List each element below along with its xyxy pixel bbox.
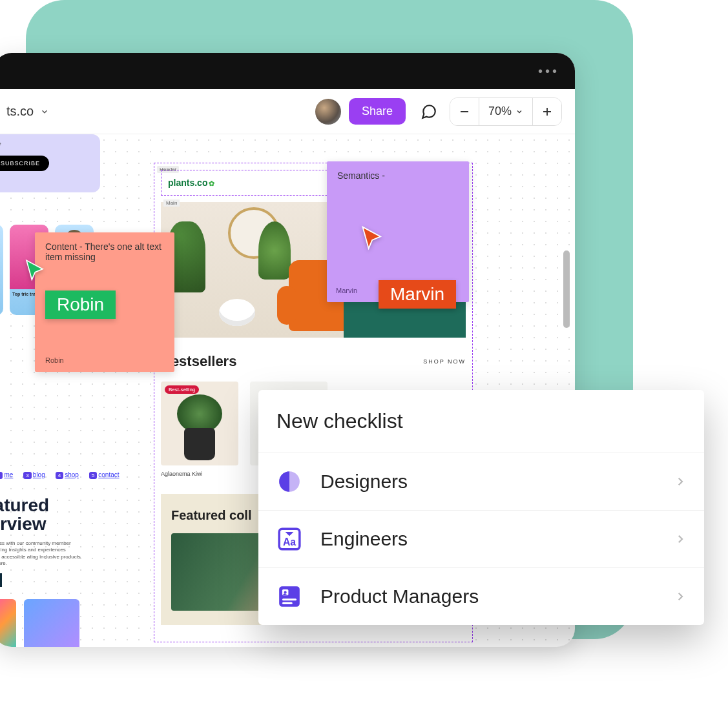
checklist-title: New checklist (258, 390, 704, 453)
product-tag: Best-selling (165, 385, 199, 394)
read-more-button[interactable]: ore (0, 573, 2, 587)
zoom-in-button[interactable] (533, 97, 561, 126)
checklist-item-product-managers[interactable]: Product Managers (258, 567, 704, 625)
share-button[interactable]: Share (349, 98, 406, 125)
note-text: Content - There's one alt text item miss… (45, 241, 164, 262)
chevron-right-icon (674, 476, 686, 487)
checklist-item-engineers[interactable]: Aa Engineers (258, 510, 704, 567)
speech-bubble-icon (421, 103, 437, 120)
checklist-item-label: Designers (320, 471, 656, 493)
page-title: ts.co (6, 104, 34, 119)
nav-pill[interactable]: 4shop (54, 470, 80, 480)
note-author: Robin (45, 356, 64, 364)
zoom-value: 70% (488, 105, 512, 118)
collaborator-cursor-robin (23, 258, 49, 287)
zoom-out-button[interactable] (450, 97, 479, 126)
gallery-image[interactable] (24, 599, 79, 647)
comment-button[interactable] (416, 99, 442, 125)
checklist-panel: New checklist Designers Aa Engineers Pro… (258, 390, 704, 625)
collaborator-cursor-marvin (359, 225, 388, 256)
svg-rect-6 (282, 598, 296, 600)
product-card[interactable]: Best-selling Aglaonema Kiwi (161, 382, 238, 477)
image-row (0, 599, 79, 647)
chevron-right-icon (674, 591, 686, 602)
frame-label-main: Main (163, 199, 180, 207)
zoom-control: 70% (450, 97, 562, 126)
nav-pill[interactable]: 5contact (88, 470, 121, 480)
breadcrumb[interactable]: ts.co (6, 104, 315, 119)
cursor-label-robin: Robin (45, 291, 116, 319)
nav-pill[interactable]: 3blog (22, 470, 46, 480)
svg-text:Aa: Aa (283, 536, 296, 547)
checklist-item-label: Product Managers (320, 586, 656, 607)
cursor-icon (23, 258, 49, 284)
interview-title: eaturedterview (0, 496, 81, 534)
checklist-item-designers[interactable]: Designers (258, 453, 704, 510)
card-thumbnail[interactable] (0, 225, 3, 315)
product-name: Aglaonema Kiwi (161, 471, 238, 477)
app-toolbar: ts.co Share 70% (0, 89, 575, 134)
shop-now-link[interactable]: SHOP NOW (423, 358, 466, 365)
layout-icon (276, 584, 302, 609)
note-author: Marvin (336, 287, 357, 294)
svg-point-5 (284, 591, 287, 594)
subscribe-button[interactable]: SUBSCRIBE (0, 156, 49, 171)
nav-pills: 2me 3blog 4shop 5contact (0, 470, 121, 480)
scrollbar[interactable] (563, 250, 570, 328)
chevron-right-icon (674, 533, 686, 545)
zoom-dropdown[interactable]: 70% (479, 98, 533, 125)
nav-pill[interactable]: 2me (0, 470, 14, 480)
chevron-down-icon (515, 108, 523, 116)
brand-logo[interactable]: plants.co (168, 178, 214, 188)
window-titlebar: ••• (0, 53, 575, 89)
subscribe-panel: nise SUBSCRIBE (0, 134, 100, 192)
cursor-icon (359, 225, 388, 253)
subscribe-hint: nise (0, 141, 92, 147)
svg-rect-7 (282, 602, 293, 604)
interview-section: eaturedterview g Access with our communi… (0, 496, 81, 587)
typography-icon: Aa (276, 526, 302, 552)
note-text: Semantics - (337, 170, 459, 181)
half-circle-icon (276, 469, 302, 495)
more-icon[interactable]: ••• (538, 64, 559, 79)
gallery-image[interactable] (0, 599, 16, 647)
sticky-note-pink[interactable]: Content - There's one alt text item miss… (35, 232, 174, 372)
interview-body: g Access with our community member James… (0, 540, 81, 567)
checklist-item-label: Engineers (320, 528, 656, 550)
cursor-label-marvin: Marvin (379, 280, 456, 309)
chevron-down-icon (40, 107, 49, 116)
plus-icon (541, 106, 553, 117)
minus-icon (459, 106, 470, 117)
avatar[interactable] (315, 99, 341, 125)
